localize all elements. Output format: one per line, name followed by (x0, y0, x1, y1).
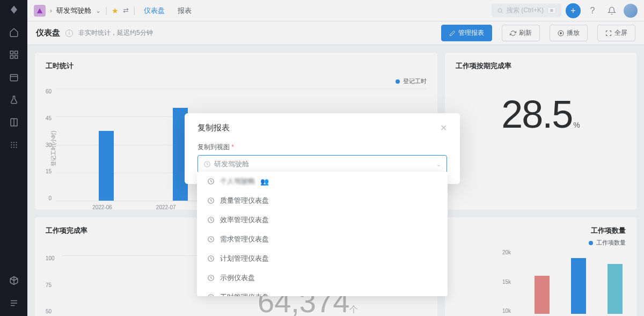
dashboard-icon (207, 197, 215, 205)
modal-title: 复制报表 (197, 123, 230, 133)
dashboard-icon (207, 255, 215, 263)
dropdown-item[interactable]: 示例仪表盘 (197, 268, 448, 288)
select-value: 研发驾驶舱 (214, 159, 249, 169)
dropdown-item[interactable]: 效率管理仪表盘 (197, 210, 448, 230)
close-icon[interactable]: ✕ (440, 123, 447, 133)
dashboard-icon (207, 178, 215, 186)
dashboard-icon (207, 216, 215, 224)
view-dropdown: 个人驾驶舱👥 质量管理仪表盘 效率管理仪表盘 需求管理仪表盘 计划管理仪表盘 示… (197, 172, 448, 296)
dashboard-icon (203, 160, 211, 168)
dashboard-icon (207, 274, 215, 282)
dashboard-icon (207, 293, 215, 297)
dropdown-item[interactable]: 需求管理仪表盘 (197, 230, 448, 249)
dropdown-item[interactable]: 质量管理仪表盘 (197, 191, 448, 210)
view-select-input[interactable]: 研发驾驶舱 ⌄ (197, 155, 447, 173)
dropdown-item[interactable]: 工时管理仪表盘 (197, 288, 448, 296)
dashboard-icon (207, 236, 215, 244)
field-label: 复制到视图 * (197, 143, 447, 152)
dropdown-item[interactable]: 个人驾驶舱👥 (197, 172, 448, 191)
chevron-down-icon: ⌄ (436, 161, 441, 168)
dropdown-item[interactable]: 计划管理仪表盘 (197, 249, 448, 268)
